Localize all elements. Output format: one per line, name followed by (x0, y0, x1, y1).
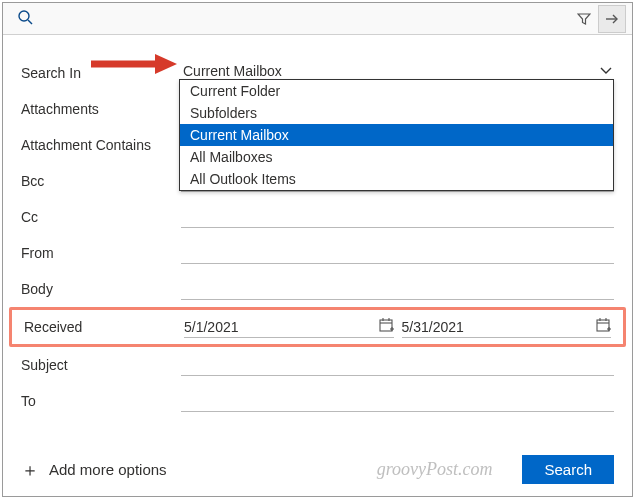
svg-line-1 (28, 20, 32, 24)
label-attachments: Attachments (21, 101, 181, 117)
label-from: From (21, 245, 181, 261)
go-arrow-icon[interactable] (598, 5, 626, 33)
label-cc: Cc (21, 209, 181, 225)
filter-icon[interactable] (570, 5, 598, 33)
svg-point-0 (19, 11, 29, 21)
plus-icon: ＋ (21, 458, 39, 482)
body-input[interactable] (181, 278, 614, 300)
search-button[interactable]: Search (522, 455, 614, 484)
received-to-value: 5/31/2021 (402, 319, 464, 335)
subject-input[interactable] (181, 354, 614, 376)
dropdown-option[interactable]: Current Folder (180, 80, 613, 102)
label-subject: Subject (21, 357, 181, 373)
to-input[interactable] (181, 390, 614, 412)
chevron-down-icon (600, 64, 612, 78)
search-icon[interactable] (9, 9, 41, 29)
received-from-value: 5/1/2021 (184, 319, 239, 335)
label-search-in: Search In (21, 65, 181, 81)
dropdown-option[interactable]: All Outlook Items (180, 168, 613, 190)
search-toolbar (3, 3, 632, 35)
label-body: Body (21, 281, 181, 297)
cc-input[interactable] (181, 206, 614, 228)
label-bcc: Bcc (21, 173, 181, 189)
calendar-icon[interactable] (379, 317, 394, 335)
received-to-date[interactable]: 5/31/2021 (402, 316, 612, 338)
label-attachment-contains: Attachment Contains (21, 137, 181, 153)
label-received: Received (24, 319, 184, 335)
calendar-icon[interactable] (596, 317, 611, 335)
label-to: To (21, 393, 181, 409)
dropdown-option[interactable]: Subfolders (180, 102, 613, 124)
search-input[interactable] (41, 8, 306, 30)
search-in-value: Current Mailbox (183, 63, 282, 79)
add-more-label: Add more options (49, 461, 167, 478)
search-in-dropdown-list: Current Folder Subfolders Current Mailbo… (179, 79, 614, 191)
watermark: groovyPost.com (377, 459, 493, 480)
received-from-date[interactable]: 5/1/2021 (184, 316, 394, 338)
dropdown-option[interactable]: Current Mailbox (180, 124, 613, 146)
add-more-options[interactable]: ＋ Add more options (21, 458, 167, 482)
dropdown-option[interactable]: All Mailboxes (180, 146, 613, 168)
received-row-highlight: Received 5/1/2021 5/31/2021 (9, 307, 626, 347)
from-input[interactable] (181, 242, 614, 264)
